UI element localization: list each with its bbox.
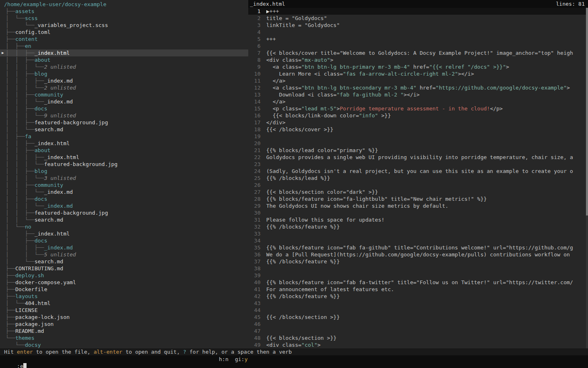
- tree-row[interactable]: ├──deploy.sh: [0, 272, 248, 279]
- code-text: Learn More <i class="fas fa-arrow-alt-ci…: [266, 70, 588, 77]
- tree-connector: │ │ │ └──: [6, 112, 44, 119]
- scrollbar-thumb[interactable]: [586, 8, 588, 215]
- tree-row[interactable]: │ ├──_index.html: [0, 230, 248, 237]
- tree-row[interactable]: │ └──_variables_project.scss: [0, 22, 248, 29]
- tree-connector: │ │ │ └──: [6, 175, 44, 181]
- tree-row[interactable]: ├──CONTRIBUTING.md: [0, 265, 248, 272]
- tree-row[interactable]: ├──package-lock.json: [0, 314, 248, 321]
- tree-row[interactable]: │ │ └──search.md: [0, 216, 248, 223]
- code-text: +++: [266, 36, 588, 43]
- code-line: 35{{% blocks/feature icon="fab fa-github…: [248, 244, 588, 251]
- tree-row[interactable]: │ ├──docs: [0, 237, 248, 244]
- code-line: 12 <a class="btn btn-lg btn-secondary mr…: [248, 84, 588, 91]
- tree-row[interactable]: ├──README.md: [0, 328, 248, 334]
- tree-row[interactable]: ├──LICENSE: [0, 307, 248, 314]
- status-text: to open the file,: [33, 349, 94, 355]
- code-text: Please follow this space for updates!: [266, 216, 588, 223]
- tree-row[interactable]: ├──docker-compose.yaml: [0, 279, 248, 286]
- tree-row[interactable]: └──themes: [0, 334, 248, 341]
- tree-row[interactable]: │ ├──en: [0, 43, 248, 49]
- line-number: 16: [248, 112, 261, 119]
- line-number: 40: [248, 279, 261, 286]
- tree-connector: │ │ │ └──: [6, 203, 44, 209]
- tree-row[interactable]: │ │ ├──about: [0, 147, 248, 154]
- line-number: 43: [248, 300, 261, 307]
- code-token: {{% blocks/feature icon="fab fa-github" …: [266, 245, 573, 251]
- tree-row[interactable]: │ │ ├──community: [0, 182, 248, 188]
- scrollbar[interactable]: [586, 8, 588, 348]
- tree-row[interactable]: │ │ ├──blog: [0, 168, 248, 175]
- tree-connector: │ │ └──: [6, 217, 34, 223]
- code-token: >}}: [378, 112, 391, 119]
- toggle-text: gi:: [235, 356, 244, 362]
- code-token: <div class=: [266, 57, 301, 63]
- code-text: </div>: [266, 119, 588, 126]
- line-number: 44: [248, 307, 261, 314]
- tree-row[interactable]: │ │ ├──featured-background.jpg: [0, 209, 248, 216]
- tree-row[interactable]: ├──layouts: [0, 293, 248, 300]
- tree-row[interactable]: │ │ └──5 unlisted: [0, 251, 248, 258]
- tree-row[interactable]: │ │ │ └──2 unlisted: [0, 84, 248, 91]
- tree-row[interactable]: │ │ ├──docs: [0, 105, 248, 112]
- dir-name: docs: [34, 196, 47, 202]
- tree-row[interactable]: │ │ │ ├──_index.html: [0, 154, 248, 161]
- tree-row[interactable]: │ │ ├──_index.md: [0, 244, 248, 251]
- code-text: </a>: [266, 77, 588, 84]
- tree-row[interactable]: │ │ │ └──3 unlisted: [0, 175, 248, 182]
- tree-connector: │ └──: [6, 258, 34, 265]
- tree-row[interactable]: │ │ │ ├──_index.md: [0, 77, 248, 84]
- code-text: {{% blocks/feature icon="fab fa-twitter"…: [266, 279, 588, 286]
- tree-row[interactable]: │ │ ├──_index.html: [0, 140, 248, 147]
- file-name: _index.md: [44, 99, 73, 105]
- tree-row[interactable]: │ │ │ └──_index.md: [0, 98, 248, 105]
- tree-row[interactable]: │ │ │ └──featured-background.jpg: [0, 161, 248, 168]
- code-text: [266, 209, 588, 216]
- tree-row[interactable]: │ │ │ └──9 unlisted: [0, 112, 248, 119]
- dir-name: blog: [34, 71, 47, 77]
- tree-row[interactable]: ├──assets: [0, 8, 248, 15]
- line-number: 27: [248, 188, 261, 195]
- line-number: 33: [248, 230, 261, 237]
- tree-connector: │ └──: [6, 15, 25, 21]
- tree-row[interactable]: │ │ ├──docs: [0, 195, 248, 202]
- code-token: "col": [301, 342, 317, 348]
- tree-row[interactable]: │ └──no: [0, 223, 248, 230]
- tree-row-selected[interactable]: ▶│ │ ├──_index.html: [0, 49, 248, 56]
- code-line: 3linkTitle = "Goldydocs": [248, 22, 588, 29]
- tree-row[interactable]: ├──content: [0, 36, 248, 43]
- code-text: We do a [Pull Request](https://github.co…: [266, 251, 588, 258]
- tree-row[interactable]: ├──package.json: [0, 321, 248, 328]
- tree-row[interactable]: │ │ │ └──_index.md: [0, 202, 248, 209]
- dir-name: docs: [34, 238, 47, 244]
- dir-name: docsy: [25, 342, 41, 348]
- tree-row[interactable]: ├──Dockerfile: [0, 286, 248, 293]
- code-line: 45{{< /blocks/section >}}: [248, 314, 588, 321]
- tree-row[interactable]: │ │ │ └──2 unlisted: [0, 63, 248, 70]
- command-input[interactable]: :e: [17, 363, 27, 368]
- preview-header: _index.html lines: 81: [248, 0, 588, 8]
- code-text: {{< /blocks/section >}}: [266, 314, 588, 321]
- code-text: {{% blocks/feature icon="fa-lightbulb" t…: [266, 195, 588, 202]
- tree-row[interactable]: │ │ ├──blog: [0, 70, 248, 77]
- line-number: 17: [248, 119, 261, 126]
- tree-row[interactable]: │ │ └──search.md: [0, 126, 248, 133]
- code-token: {{% /blocks/feature %}}: [266, 224, 340, 230]
- tree-row[interactable]: ├──config.toml: [0, 29, 248, 36]
- tree-row[interactable]: │ │ │ └──_index.md: [0, 188, 248, 195]
- tree-row[interactable]: │ │ ├──featured-background.jpg: [0, 119, 248, 126]
- tree-row[interactable]: └──docsy: [0, 341, 248, 348]
- code-text: linkTitle = "Goldydocs": [266, 22, 588, 29]
- tree-row[interactable]: │ ├──fa: [0, 133, 248, 140]
- tree-row[interactable]: │ │ ├──community: [0, 91, 248, 98]
- tree-row[interactable]: │ └──404.html: [0, 300, 248, 307]
- dir-name: about: [34, 57, 50, 63]
- tree-connector: │ │ │ └──: [6, 85, 44, 91]
- line-number: 42: [248, 293, 261, 300]
- tree-row[interactable]: │ └──search.md: [0, 258, 248, 265]
- line-number: 39: [248, 272, 261, 279]
- tree-row[interactable]: │ │ ├──about: [0, 56, 248, 63]
- tree-row[interactable]: │ └──scss: [0, 15, 248, 22]
- code-line: 1▶+++: [248, 8, 588, 15]
- code-text: {{% /blocks/feature %}}: [266, 293, 588, 300]
- tree-connector: │ │ │ └──: [6, 99, 44, 105]
